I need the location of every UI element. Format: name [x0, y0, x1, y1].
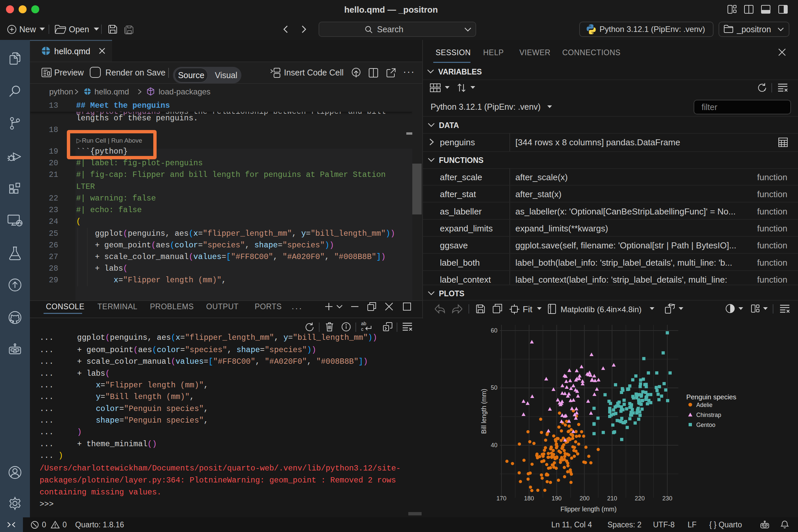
svg-text:60: 60 — [491, 327, 497, 334]
svg-text:Gentoo: Gentoo — [696, 422, 715, 428]
svg-text:Adelie: Adelie — [696, 402, 712, 408]
svg-text:170: 170 — [496, 495, 507, 502]
svg-text:50: 50 — [491, 384, 497, 391]
svg-text:190: 190 — [552, 495, 562, 502]
svg-text:Penguin species: Penguin species — [686, 393, 736, 401]
svg-text:210: 210 — [607, 495, 617, 502]
svg-text:Flipper length (mm): Flipper length (mm) — [560, 506, 616, 513]
svg-text:Bill length (mm): Bill length (mm) — [480, 389, 488, 434]
svg-text:220: 220 — [635, 495, 645, 502]
svg-text:Chinstrap: Chinstrap — [696, 412, 721, 418]
svg-text:230: 230 — [662, 495, 672, 502]
svg-text:200: 200 — [580, 495, 590, 502]
svg-text:180: 180 — [524, 495, 534, 502]
svg-text:40: 40 — [491, 442, 497, 449]
